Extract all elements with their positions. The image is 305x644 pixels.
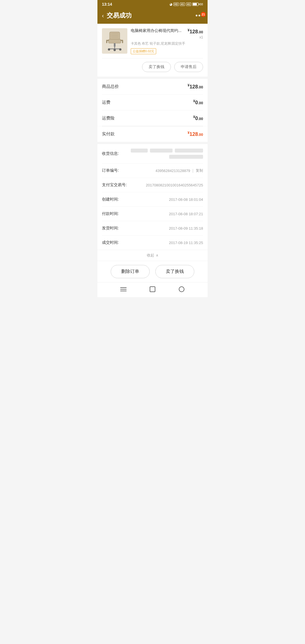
svg-rect-2 bbox=[114, 43, 116, 47]
header-right: 21 bbox=[196, 15, 203, 16]
created-time-label: 创建时间: bbox=[102, 197, 127, 202]
back-button[interactable]: ‹ bbox=[102, 12, 104, 19]
shipping-price-row: 运费 ¥0.00 bbox=[102, 95, 203, 110]
blur-block-1 bbox=[131, 149, 148, 153]
completed-time-value: 2017-08-19 11:35:25 bbox=[127, 241, 203, 245]
status-icons: ◕ HD 4G 4G 88 bbox=[169, 2, 203, 6]
paid-time-label: 付款时间: bbox=[102, 211, 127, 216]
battery-icon bbox=[192, 3, 199, 6]
nav-home[interactable] bbox=[149, 286, 156, 293]
actual-price-label: 实付款 bbox=[102, 131, 115, 137]
status-bar: 13:14 ◕ HD 4G 4G 88 bbox=[97, 0, 208, 8]
svg-point-6 bbox=[119, 48, 121, 51]
product-price-block: ¥128.00 x1 bbox=[188, 28, 203, 39]
product-quantity: x1 bbox=[188, 35, 203, 39]
svg-point-5 bbox=[108, 48, 110, 51]
nav-back[interactable] bbox=[178, 286, 185, 293]
product-image bbox=[102, 28, 127, 54]
shipping-price-value: ¥0.00 bbox=[193, 99, 203, 106]
product-info: 电脑椅家用办公椅现代简约... ¥128.00 x1 卡其色 布艺 轮子款;尼龙… bbox=[131, 28, 203, 54]
wifi-icon: ◕ bbox=[169, 2, 172, 6]
copy-button[interactable]: 复制 bbox=[196, 168, 203, 173]
nav-bar bbox=[97, 282, 208, 297]
completed-time-label: 成交时间: bbox=[102, 240, 127, 245]
actual-price-section: 实付款 ¥128.00 bbox=[97, 126, 208, 142]
alipay-label: 支付宝交易号: bbox=[102, 182, 127, 188]
order-no-value-row: 43956284213128879 | 复制 bbox=[155, 168, 203, 173]
svg-rect-9 bbox=[106, 40, 107, 43]
total-price-label: 商品总价 bbox=[102, 84, 119, 89]
actual-price-value: ¥128.00 bbox=[188, 131, 203, 137]
paid-time-row: 付款时间: 2017-08-08 18:07:21 bbox=[102, 207, 203, 221]
circle-icon bbox=[179, 286, 184, 292]
shipped-time-label: 发货时间: bbox=[102, 226, 127, 231]
blur-block-2 bbox=[150, 149, 173, 153]
header-left: ‹ 交易成功 bbox=[102, 11, 132, 20]
insurance-price-value: ¥0.00 bbox=[193, 115, 203, 121]
copy-separator: | bbox=[192, 168, 193, 173]
product-actions: 卖了换钱 申请售后 bbox=[102, 58, 203, 72]
insurance-price-row: 运费险 ¥0.00 bbox=[102, 110, 203, 126]
collect-bar[interactable]: 收起 ∧ bbox=[97, 250, 208, 261]
order-no-value: 43956284213128879 bbox=[155, 169, 190, 173]
total-price-row: 商品总价 ¥128.00 bbox=[102, 79, 203, 95]
price-symbol: ¥ bbox=[188, 28, 189, 32]
actual-price-row: 实付款 ¥128.00 bbox=[102, 126, 203, 142]
insurance-price-label: 运费险 bbox=[102, 116, 115, 121]
hamburger-line-3 bbox=[120, 291, 127, 291]
status-time: 13:14 bbox=[102, 2, 112, 6]
alipay-value: 2017080821001001640255645725 bbox=[127, 183, 203, 187]
hamburger-icon bbox=[120, 287, 127, 291]
shipped-time-value: 2017-08-09 11:35:18 bbox=[127, 226, 203, 230]
collect-label: 收起 bbox=[147, 253, 154, 258]
hd-icon: HD bbox=[173, 3, 179, 6]
shipping-price-label: 运费 bbox=[102, 100, 110, 105]
product-name: 电脑椅家用办公椅现代简约... bbox=[131, 28, 185, 33]
shipping-info-value bbox=[127, 149, 203, 159]
blur-block-3 bbox=[175, 149, 203, 153]
hamburger-line-2 bbox=[120, 289, 127, 290]
section-divider-1 bbox=[97, 77, 208, 79]
notification-badge: 21 bbox=[201, 12, 206, 17]
battery-percent: 88 bbox=[200, 3, 203, 6]
price-section: 商品总价 ¥128.00 运费 ¥0.00 运费险 ¥0.00 bbox=[97, 79, 208, 126]
signal-4g2-icon: 4G bbox=[186, 3, 191, 6]
created-time-row: 创建时间: 2017-08-08 18:01:04 bbox=[102, 192, 203, 207]
alipay-row: 支付宝交易号: 2017080821001001640255645725 bbox=[102, 178, 203, 192]
menu-dot-2 bbox=[199, 15, 200, 16]
charity-badge: 公益捐赠0.02元 bbox=[131, 48, 156, 54]
order-no-row: 订单编号: 43956284213128879 | 复制 bbox=[102, 164, 203, 178]
svg-rect-11 bbox=[122, 40, 123, 43]
product-spec: 卡其色 布艺 轮子款;尼龙脚;固定扶手 bbox=[131, 41, 203, 46]
shipping-info-label: 收货信息: bbox=[102, 151, 127, 156]
paid-time-value: 2017-08-08 18:07:21 bbox=[127, 212, 203, 216]
blur-block-4 bbox=[169, 155, 203, 159]
nav-hamburger[interactable] bbox=[120, 286, 127, 293]
svg-point-7 bbox=[114, 49, 116, 51]
order-no-label: 订单编号: bbox=[102, 168, 127, 173]
section-divider-2 bbox=[97, 142, 208, 144]
delete-order-button[interactable]: 删除订单 bbox=[111, 265, 150, 278]
bottom-actions: 删除订单 卖了换钱 bbox=[97, 261, 208, 282]
sell-for-money-bottom-button[interactable]: 卖了换钱 bbox=[155, 265, 194, 278]
menu-dot-1 bbox=[196, 15, 197, 16]
total-price-value: ¥128.00 bbox=[188, 83, 203, 90]
page-title: 交易成功 bbox=[107, 11, 132, 20]
apply-aftersale-button[interactable]: 申请售后 bbox=[174, 62, 203, 72]
svg-rect-1 bbox=[108, 39, 121, 43]
completed-time-row: 成交时间: 2017-08-19 11:35:25 bbox=[102, 236, 203, 250]
product-card: 电脑椅家用办公椅现代简约... ¥128.00 x1 卡其色 布艺 轮子款;尼龙… bbox=[97, 24, 208, 77]
product-row: 电脑椅家用办公椅现代简约... ¥128.00 x1 卡其色 布艺 轮子款;尼龙… bbox=[102, 28, 203, 54]
order-info-section: 收货信息: 订单编号: 43956284213128879 | 复制 支付宝交易… bbox=[97, 144, 208, 250]
sell-for-money-button[interactable]: 卖了换钱 bbox=[142, 62, 171, 72]
square-icon bbox=[150, 286, 155, 292]
product-title-row: 电脑椅家用办公椅现代简约... ¥128.00 x1 bbox=[131, 28, 203, 39]
created-time-value: 2017-08-08 18:01:04 bbox=[127, 197, 203, 202]
shipped-time-row: 发货时间: 2017-08-09 11:35:18 bbox=[102, 221, 203, 236]
header: ‹ 交易成功 21 bbox=[97, 8, 208, 24]
collect-arrow-icon: ∧ bbox=[156, 253, 158, 257]
product-price: ¥128.00 bbox=[188, 28, 203, 35]
signal-4g-icon: 4G bbox=[180, 3, 185, 6]
svg-rect-0 bbox=[110, 32, 120, 40]
hamburger-line-1 bbox=[120, 287, 127, 288]
